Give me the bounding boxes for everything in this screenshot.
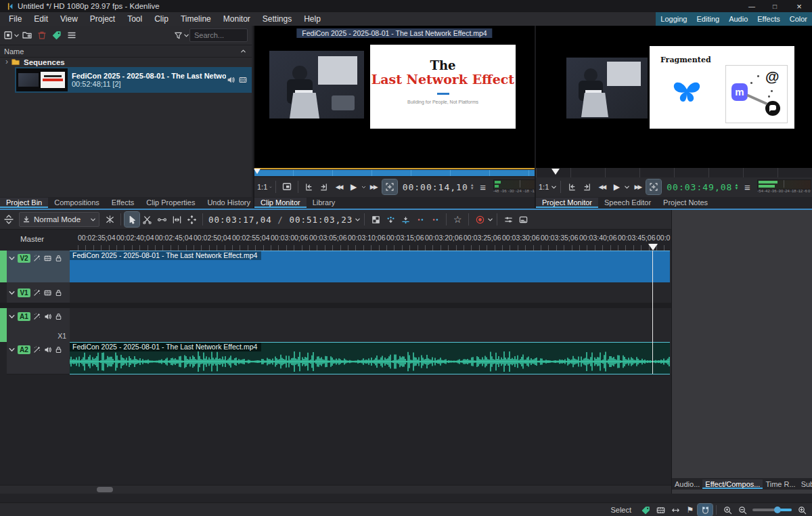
insert-zone-button[interactable] — [383, 212, 398, 227]
record-button[interactable] — [472, 212, 487, 227]
collapse-track-icon[interactable] — [8, 346, 16, 353]
hide-track-icon[interactable] — [43, 254, 52, 263]
collapse-track-icon[interactable] — [8, 255, 16, 262]
set-in-point-button[interactable] — [564, 179, 579, 194]
tab-subtitles-panel[interactable]: Subtitl... — [798, 479, 812, 489]
track-badge[interactable]: A1 — [18, 312, 30, 321]
target-strip-a1[interactable] — [0, 308, 7, 342]
bin-clip-row[interactable]: FediCon 2025 - 2025-08-01 - The Last Net… — [15, 67, 252, 93]
maximize-button[interactable]: □ — [763, 0, 786, 12]
extract-zone-button[interactable] — [398, 212, 413, 227]
bin-menu-button[interactable] — [64, 28, 79, 43]
workspace-effects[interactable]: Effects — [752, 13, 784, 25]
set-in-point-button[interactable] — [302, 179, 317, 194]
track-head-a1[interactable]: A1 X1 — [7, 308, 70, 343]
search-input[interactable] — [189, 28, 248, 42]
tab-project-notes[interactable]: Project Notes — [657, 198, 714, 208]
clip-monitor-seekbar[interactable] — [254, 168, 535, 177]
rewind-button[interactable]: ◀◀ — [594, 179, 609, 194]
zone-mode-button[interactable] — [382, 179, 397, 194]
bin-folder-row[interactable]: › Sequences — [0, 57, 252, 67]
scrollbar-thumb[interactable] — [97, 487, 113, 492]
timecode-spinner[interactable]: ▲▼ — [734, 184, 738, 190]
collapse-track-icon[interactable] — [8, 289, 16, 297]
timecode-spinner[interactable]: ▲▼ — [470, 184, 474, 190]
tag-button[interactable] — [49, 28, 64, 43]
zoom-in-button[interactable] — [794, 504, 809, 516]
zoom-fit-button[interactable] — [720, 504, 735, 516]
mute-track-icon[interactable] — [43, 345, 52, 354]
track-head-v1[interactable]: V1 — [7, 282, 70, 303]
delete-clip-button[interactable] — [35, 28, 49, 43]
record-options-chevron-icon[interactable] — [487, 217, 493, 223]
zoom-slider-handle[interactable] — [774, 507, 781, 513]
lock-track-icon[interactable] — [54, 312, 63, 321]
timeline-ruler[interactable]: 00:02:35;0400:02:40;0400:02:45;0400:02:5… — [70, 233, 671, 251]
bin-view-mode-button[interactable] — [3, 28, 20, 43]
project-monitor-video[interactable]: Fragmented m @ — [536, 26, 812, 168]
bin-name-header[interactable]: Name — [0, 45, 252, 58]
tab-project-monitor[interactable]: Project Monitor — [536, 198, 598, 208]
slip-tool-button[interactable] — [169, 212, 184, 227]
expander-icon[interactable]: › — [0, 57, 11, 68]
track-badge[interactable]: V2 — [18, 254, 30, 263]
zoom-out-button[interactable] — [735, 504, 750, 516]
play-options-chevron-icon[interactable] — [361, 184, 366, 190]
tab-effects[interactable]: Effects — [106, 198, 140, 208]
lock-track-icon[interactable] — [54, 345, 63, 354]
tab-compositions[interactable]: Compositions — [48, 198, 106, 208]
tab-effect-compositing[interactable]: Effect/Compos... — [702, 479, 763, 489]
audio-clip[interactable]: FediCon 2025 - 2025-08-01 - The Last Net… — [70, 342, 670, 374]
menu-tool[interactable]: Tool — [121, 13, 148, 25]
master-button[interactable]: Master — [20, 235, 44, 243]
workspace-logging[interactable]: Logging — [656, 13, 692, 25]
forward-button[interactable]: ▶▶ — [366, 179, 381, 194]
workspace-editing[interactable]: Editing — [692, 13, 724, 25]
set-out-point-button[interactable] — [579, 179, 594, 194]
rewind-button[interactable]: ◀◀ — [332, 179, 346, 194]
fit-zoom-button[interactable] — [668, 504, 683, 516]
mute-track-icon[interactable] — [43, 312, 52, 321]
menu-clip[interactable]: Clip — [148, 13, 175, 25]
favorite-effects-button[interactable]: ☆ — [450, 212, 465, 227]
track-a2-content[interactable]: FediCon 2025 - 2025-08-01 - The Last Net… — [70, 342, 671, 374]
track-head-v2[interactable]: V2 — [7, 251, 70, 283]
thumbnails-toggle-button[interactable] — [653, 504, 668, 516]
spacer-tool-button[interactable] — [154, 212, 169, 227]
play-options-chevron-icon[interactable] — [624, 184, 630, 190]
clip-monitor-video[interactable]: FediCon 2025 - 2025-08-01 - The Last Net… — [254, 26, 535, 168]
track-height-button[interactable] — [1, 212, 16, 227]
subtitles-button[interactable] — [516, 212, 531, 227]
monitor-overlay-button[interactable] — [279, 179, 294, 194]
menu-edit[interactable]: Edit — [28, 13, 54, 25]
zoom-slider[interactable] — [752, 509, 792, 511]
track-effects-icon[interactable] — [32, 254, 41, 263]
video-clip[interactable]: FediCon 2025 - 2025-08-01 - The Last Net… — [70, 251, 670, 282]
menu-timeline[interactable]: Timeline — [175, 13, 217, 25]
tab-undo-history[interactable]: Undo History — [201, 198, 256, 208]
track-head-a2[interactable]: A2 — [7, 342, 70, 374]
play-button[interactable]: ▶ — [609, 179, 624, 194]
set-out-point-button[interactable] — [317, 179, 332, 194]
menu-help[interactable]: Help — [298, 13, 327, 25]
mixer-button[interactable] — [501, 212, 516, 227]
menu-file[interactable]: File — [3, 13, 28, 25]
timecode-options-chevron-icon[interactable] — [355, 217, 361, 223]
target-strip-v2[interactable] — [0, 251, 7, 282]
markers-toggle-button[interactable]: ⚑ — [683, 504, 698, 516]
hide-track-icon[interactable] — [43, 288, 52, 297]
project-monitor-timecode[interactable]: 00:03:49,08 — [667, 182, 732, 192]
track-v2-content[interactable]: FediCon 2025 - 2025-08-01 - The Last Net… — [70, 251, 671, 283]
clip-monitor-timecode[interactable]: 00:00:14,10 — [403, 182, 468, 192]
track-effects-icon[interactable] — [32, 288, 41, 297]
playhead-marker[interactable] — [648, 244, 658, 251]
tab-speech-editor[interactable]: Speech Editor — [598, 198, 657, 208]
timeline-position-timecode[interactable]: 00:03:17,04 / 00:51:03,23 — [208, 215, 353, 225]
razor-tool-button[interactable] — [139, 212, 154, 227]
edit-mode-select[interactable]: Normal Mode — [19, 212, 99, 227]
timeline-hscrollbar[interactable] — [0, 485, 671, 494]
forward-button[interactable]: ▶▶ — [630, 179, 645, 194]
track-badge[interactable]: A2 — [18, 345, 30, 354]
project-monitor-playhead[interactable] — [551, 169, 560, 175]
menu-project[interactable]: Project — [84, 13, 121, 25]
